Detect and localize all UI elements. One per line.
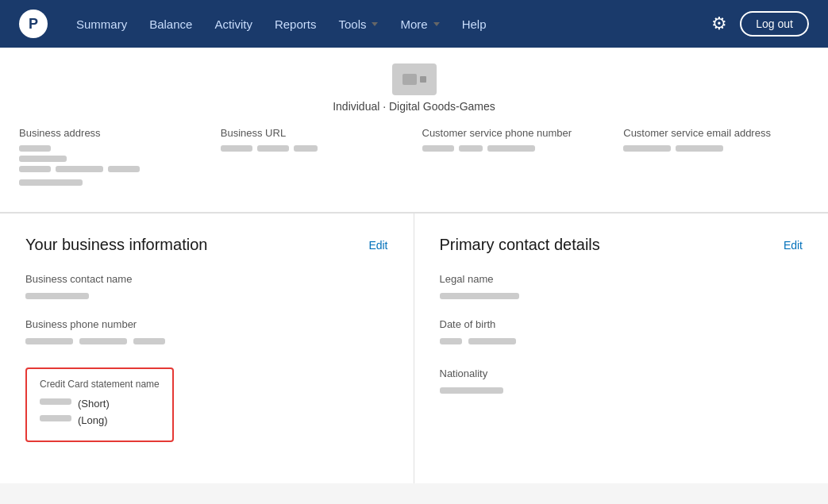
customer-email-label: Customer service email address	[623, 127, 809, 139]
dob-month-year	[468, 338, 516, 344]
address-line3b	[56, 166, 103, 172]
avatar-container	[392, 63, 437, 95]
nav-help[interactable]: Help	[453, 11, 496, 37]
profile-fields: Business address Business URL Customer s…	[19, 127, 809, 190]
cc-statement-section: Credit Card statement name (Short) (Long…	[25, 367, 388, 442]
nav-reports[interactable]: Reports	[265, 11, 326, 37]
address-line3a	[19, 166, 51, 172]
legal-name-label: Legal name	[440, 273, 803, 285]
tools-dropdown-icon	[372, 22, 378, 26]
customer-phone-label: Customer service phone number	[422, 127, 608, 139]
business-phone-label: Business phone number	[25, 318, 388, 330]
cc-long-value	[40, 415, 71, 421]
nationality-value	[440, 387, 503, 394]
customer-email-field: Customer service email address	[623, 127, 809, 190]
biz-phone-part1	[25, 338, 73, 344]
business-card-header: Your business information Edit	[25, 236, 388, 254]
business-url-label: Business URL	[221, 127, 406, 139]
legal-name-value	[440, 293, 519, 299]
url-part3	[294, 145, 318, 152]
gear-icon: ⚙	[711, 13, 727, 34]
business-url-field: Business URL	[221, 127, 406, 190]
cc-short-value	[40, 398, 71, 405]
main-content: Your business information Edit Business …	[0, 213, 828, 483]
settings-button[interactable]: ⚙	[711, 13, 727, 34]
nav-balance[interactable]: Balance	[140, 11, 202, 37]
contact-info-card: Primary contact details Edit Legal name …	[414, 213, 829, 483]
navbar: P Summary Balance Activity Reports Tools…	[0, 0, 828, 48]
nav-more[interactable]: More	[391, 11, 449, 37]
nav-activity[interactable]: Activity	[205, 11, 262, 37]
address-line1	[19, 145, 51, 152]
url-part1	[221, 145, 252, 152]
cc-long-row: (Long)	[40, 414, 160, 426]
contact-card-header: Primary contact details Edit	[440, 236, 803, 254]
legal-name-section: Legal name	[440, 273, 803, 299]
business-card-title: Your business information	[25, 236, 207, 254]
customer-phone-field: Customer service phone number	[422, 127, 608, 190]
business-address-field: Business address	[19, 127, 205, 190]
address-line4	[19, 179, 83, 186]
dob-section: Date of birth	[440, 318, 803, 348]
phone-part1	[422, 145, 454, 152]
nav-tools[interactable]: Tools	[329, 11, 387, 37]
nationality-label: Nationality	[440, 367, 803, 379]
phone-part3	[487, 145, 535, 152]
logo-text: P	[29, 16, 38, 33]
url-part2	[257, 145, 289, 152]
address-line2	[19, 156, 67, 162]
contact-edit-link[interactable]: Edit	[784, 239, 803, 252]
business-contact-section: Business contact name	[25, 273, 388, 299]
cc-short-row: (Short)	[40, 398, 160, 410]
nav-summary[interactable]: Summary	[67, 11, 137, 37]
business-contact-label: Business contact name	[25, 273, 388, 285]
paypal-logo: P	[19, 10, 48, 38]
business-phone-section: Business phone number	[25, 318, 388, 348]
email-part2	[676, 145, 723, 152]
business-address-label: Business address	[19, 127, 205, 139]
profile-section: Individual · Digital Goods-Games Busines…	[0, 48, 828, 213]
logout-button[interactable]: Log out	[740, 11, 809, 37]
more-dropdown-icon	[433, 22, 440, 26]
business-edit-link[interactable]: Edit	[368, 239, 387, 252]
email-part1	[623, 145, 671, 152]
biz-phone-part2	[79, 338, 127, 344]
business-info-card: Your business information Edit Business …	[0, 213, 414, 483]
dob-label: Date of birth	[440, 318, 803, 330]
nav-links: Summary Balance Activity Reports Tools M…	[67, 11, 711, 37]
cc-statement-label: Credit Card statement name	[40, 379, 160, 390]
biz-phone-part3	[133, 338, 165, 344]
dob-day	[440, 338, 462, 344]
cc-statement-box: Credit Card statement name (Short) (Long…	[25, 367, 174, 442]
business-contact-value	[25, 293, 89, 299]
contact-card-title: Primary contact details	[440, 236, 600, 254]
nationality-section: Nationality	[440, 367, 803, 394]
nav-right: ⚙ Log out	[711, 11, 809, 37]
avatar	[392, 63, 437, 95]
cc-long-label: (Long)	[78, 414, 108, 426]
phone-part2	[459, 145, 483, 152]
profile-subtitle: Individual · Digital Goods-Games	[333, 100, 495, 113]
cc-short-label: (Short)	[78, 398, 110, 410]
address-line3c	[108, 166, 140, 172]
